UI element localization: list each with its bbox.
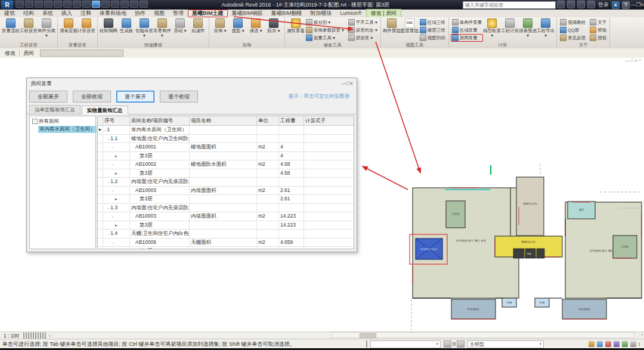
row-expander-icon[interactable]: ▸ — [115, 154, 117, 158]
license-button[interactable]: 授权 — [589, 34, 608, 42]
row-expander-icon[interactable]: - — [108, 137, 109, 141]
tree-collapse-icon[interactable]: - — [32, 119, 38, 124]
waterproof-button[interactable]: 防水 ▾ — [265, 18, 283, 34]
scroll-right-icon[interactable]: › — [641, 332, 643, 337]
calc-settings-button[interactable]: 计算设置 — [78, 18, 95, 34]
decoration-button[interactable]: 装饰 ▾ — [211, 18, 229, 34]
row-expander-icon[interactable]: - — [108, 231, 109, 236]
dialog-minimize-button[interactable]: — — [341, 80, 346, 86]
dialog-toolbar-button-2[interactable]: 全部收缩 — [73, 91, 111, 103]
close-hidden-windows-icon[interactable] — [120, 1, 129, 8]
drag-on-selection-filter-icon[interactable] — [630, 341, 636, 347]
draw-grid-button[interactable]: 绘制轴网 — [100, 18, 117, 39]
row-expander-icon[interactable]: - — [108, 206, 109, 210]
roof-button[interactable]: 屋面 ▾ — [229, 18, 247, 34]
view-restore-icon[interactable]: □ — [631, 58, 635, 63]
report-preview-button[interactable]: 报表预览 ▾ — [519, 18, 537, 39]
horizontal-scrollbar[interactable] — [332, 332, 634, 338]
component-visibility-button[interactable]: 构件显隐 — [383, 18, 401, 34]
quantity-flow-button[interactable]: 算量流程 — [2, 18, 20, 39]
table-row[interactable]: -AB10003内墙面面积m22.61 — [98, 187, 354, 196]
favorites-icon[interactable] — [577, 1, 585, 8]
region-3d-button[interactable]: 区域三维 — [419, 18, 447, 26]
dialog-toolbar-button-1[interactable]: 全部展开 — [29, 91, 67, 103]
row-expander-icon[interactable]: - — [108, 179, 109, 184]
revit-app-logo-icon[interactable]: R — [1, 1, 13, 9]
row-expander-icon[interactable]: ▸ — [115, 249, 117, 249]
project-settings-button[interactable]: 工程设置 — [20, 18, 38, 39]
video-tutorial-button[interactable]: 视频教程 — [559, 18, 587, 26]
table-row[interactable]: -1.4天棚:卫生间住宅户内白色腻子 — [98, 230, 354, 239]
property-view-button[interactable]: 属性查看 — [287, 18, 305, 34]
table-row[interactable]: -AB10006天棚面积m24.659 — [98, 239, 354, 247]
exchange-apps-icon[interactable]: X — [612, 1, 620, 9]
ribbon-tab-13[interactable]: 附加模块 — [306, 10, 336, 17]
quantity-table[interactable]: 序号房间名称/项目编号项目名称单位工程量计算式子 ▶-1室内有水房间（卫生间）-… — [97, 116, 354, 249]
dialog-toolbar-button-4[interactable]: 逐个收缩 — [160, 91, 198, 103]
help-icon[interactable]: ? — [622, 1, 630, 9]
restore-button[interactable]: ❐ — [636, 2, 641, 8]
dialog-title-bar[interactable]: 房间算量 —□× — [27, 78, 357, 89]
insulation-button[interactable]: 保温 ▾ — [247, 18, 265, 34]
component-classify-button[interactable]: 构件分类 ▾ — [38, 18, 55, 39]
option-bar-field[interactable] — [40, 49, 123, 57]
ribbon-tab-1[interactable]: 建筑 — [0, 10, 19, 17]
aligned-dimension-icon[interactable] — [73, 1, 81, 8]
row-expander-icon[interactable]: - — [112, 214, 113, 218]
dialog-tab-2[interactable]: 实物量装饰汇总 — [82, 106, 128, 114]
row-expander-icon[interactable]: - — [112, 240, 113, 244]
thin-lines-icon[interactable] — [111, 1, 119, 8]
table-row[interactable]: ▸第3层4.58 — [98, 169, 354, 178]
single-component-query-button[interactable]: 单构件查量 — [451, 18, 484, 26]
sync-icon[interactable] — [35, 1, 43, 8]
ribbon-tab-7[interactable]: 协作 — [131, 10, 150, 17]
active-workset-select[interactable]: ▾ — [370, 340, 441, 348]
ribbon-tab-15[interactable]: 修改 | 房间 — [366, 9, 401, 17]
select-by-face-filter-icon[interactable] — [622, 341, 628, 347]
table-row[interactable]: -AB10002楼地面防水面积m24.58 — [98, 160, 354, 169]
infocenter-search-input[interactable] — [463, 1, 556, 9]
set-closure-button[interactable]: 设置闭合 ▾ — [347, 26, 379, 34]
floor-plan[interactable]: 住宅(套内) 客厅, 餐厅, 卧室住宅(套内) 客厅, 餐厅, 卧室候梯厅(公共… — [405, 164, 644, 332]
align-tool-button[interactable]: 平齐工具 ▾ — [347, 18, 379, 26]
row-expander-icon[interactable]: ▸ — [115, 197, 117, 201]
generate-slab-button[interactable]: 生成板 — [117, 18, 135, 39]
beam-settings-button[interactable]: 梁设置 ▾ — [347, 34, 379, 42]
ribbon-tab-5[interactable]: 注释 — [76, 10, 95, 17]
collapse-icon[interactable]: ^ — [639, 58, 642, 63]
table-row[interactable]: ▸第3层4 — [98, 152, 354, 161]
ribbon-tab-3[interactable]: 系统 — [38, 10, 57, 17]
row-expander-icon[interactable]: - — [112, 162, 113, 166]
tree-node-all-rooms[interactable]: -所有房间 — [30, 117, 95, 126]
ribbon-tab-4[interactable]: 插入 — [57, 10, 76, 17]
ribbon-tab-2[interactable]: 结构 — [19, 10, 38, 17]
ribbon-tab-8[interactable]: 视图 — [150, 10, 169, 17]
worksets-icon[interactable] — [365, 341, 369, 347]
table-row[interactable]: ▸第3层4.659 — [98, 247, 354, 249]
row-expander-icon[interactable]: - — [112, 145, 113, 149]
dialog-toolbar-button-3[interactable]: 逐个展开 — [116, 91, 154, 103]
ribbon-tab-14[interactable]: Lumion® — [336, 10, 366, 17]
smart-layout-button[interactable]: 智能布置 ▾ — [135, 18, 153, 39]
link-select-filter-icon[interactable] — [597, 341, 603, 347]
search-icon[interactable] — [557, 1, 565, 8]
help-button[interactable]: 帮助 — [589, 26, 608, 34]
undo-icon[interactable] — [44, 1, 52, 8]
feedback-button[interactable]: 意见反馈 — [559, 34, 587, 42]
list-quota-button[interactable]: 清单定额 — [60, 18, 78, 34]
table-row[interactable]: -1.3内墙面:住宅户内无保温防水墙... — [98, 204, 354, 213]
ribbon-tab-6[interactable]: 体量和场地 — [95, 10, 131, 17]
decor-param-settings-button[interactable]: 装饰参数设置 ▾ — [305, 26, 345, 34]
subscription-center-icon[interactable] — [567, 1, 575, 8]
redo-icon[interactable] — [54, 1, 62, 8]
floor-3d-button[interactable]: 楼层三维 — [419, 26, 447, 34]
minimize-button[interactable]: — — [631, 2, 636, 8]
text-note-icon[interactable] — [82, 1, 91, 8]
user-interface-icon[interactable] — [130, 1, 138, 8]
row-expander-icon[interactable]: - — [112, 188, 113, 193]
room-quantity-button[interactable]: 房间算量 — [451, 34, 484, 42]
default-3d-view-icon[interactable] — [92, 1, 100, 8]
project-calc-button[interactable]: 工程计算 — [501, 18, 519, 39]
view-minimize-icon[interactable]: — — [625, 58, 631, 63]
design-options-icon[interactable] — [457, 340, 465, 348]
